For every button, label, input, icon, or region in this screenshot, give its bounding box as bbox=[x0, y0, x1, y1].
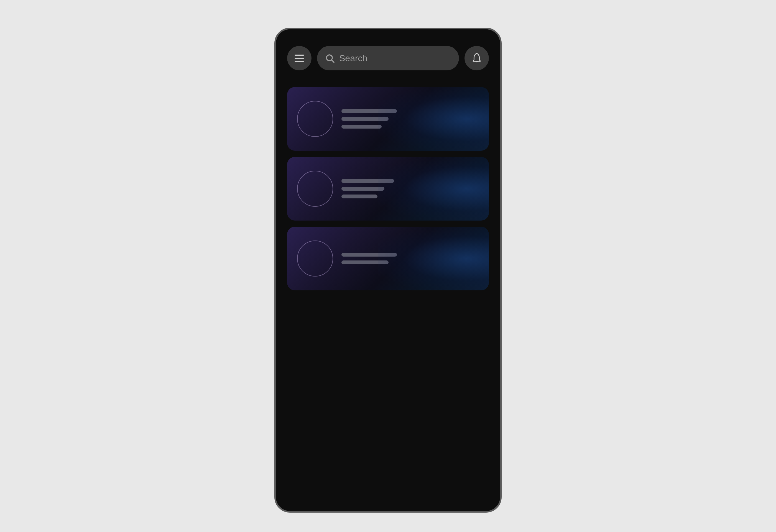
list-item[interactable] bbox=[287, 227, 489, 290]
card-line-1 bbox=[342, 109, 397, 113]
card-line-3 bbox=[342, 125, 382, 128]
header: Search bbox=[276, 29, 500, 79]
svg-line-1 bbox=[332, 60, 334, 62]
device-wrapper: Search bbox=[241, 0, 535, 532]
card-line-1 bbox=[342, 253, 397, 257]
device-frame: Search bbox=[274, 28, 502, 513]
card-line-2 bbox=[342, 187, 384, 191]
avatar bbox=[297, 241, 333, 277]
card-text-lines bbox=[342, 179, 394, 198]
card-line-3 bbox=[342, 195, 377, 198]
hamburger-icon bbox=[295, 55, 304, 62]
search-placeholder-text: Search bbox=[339, 53, 367, 63]
avatar bbox=[297, 101, 333, 137]
device-screen: Search bbox=[276, 29, 500, 511]
avatar bbox=[297, 171, 333, 207]
search-icon bbox=[325, 53, 335, 63]
card-line-2 bbox=[342, 117, 389, 121]
menu-button[interactable] bbox=[287, 46, 312, 70]
bell-icon bbox=[471, 52, 482, 64]
content-list bbox=[276, 79, 500, 290]
search-bar[interactable]: Search bbox=[317, 46, 459, 70]
card-line-1 bbox=[342, 179, 394, 183]
card-line-2 bbox=[342, 260, 389, 264]
notification-button[interactable] bbox=[464, 46, 489, 70]
list-item[interactable] bbox=[287, 157, 489, 221]
card-text-lines bbox=[342, 253, 397, 264]
list-item[interactable] bbox=[287, 87, 489, 151]
card-text-lines bbox=[342, 109, 397, 128]
